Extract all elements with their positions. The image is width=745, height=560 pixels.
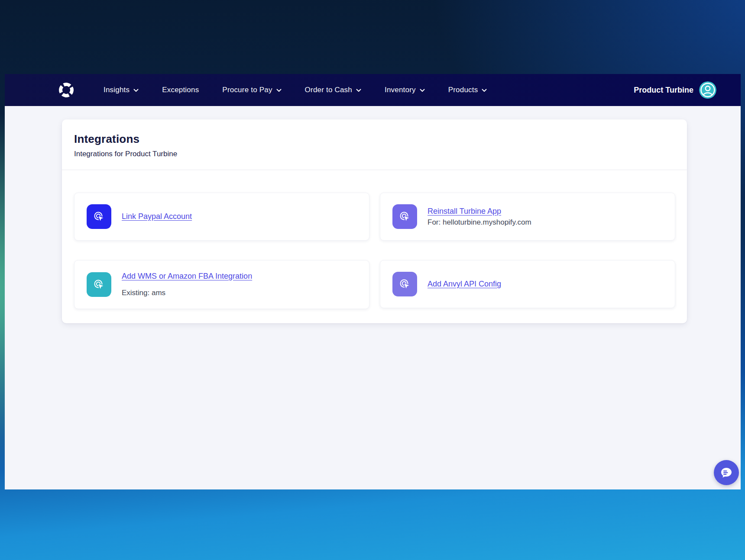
integration-text: Add WMS or Amazon FBA Integration Existi… [122,272,252,297]
anvyl-logo-icon [57,80,76,100]
chat-button[interactable] [714,460,739,485]
integration-card-turbine-app: Reinstall Turbine App For: helloturbine.… [380,193,675,241]
integration-link-wms-fba[interactable]: Add WMS or Amazon FBA Integration [122,272,252,281]
integrations-card-body: Link Paypal Account [62,170,687,323]
cursor-click-icon [392,204,417,229]
integration-text: Reinstall Turbine App For: helloturbine.… [428,207,531,227]
integrations-card-header: Integrations Integrations for Product Tu… [62,119,687,170]
nav-item-label: Procure to Pay [222,86,272,94]
cursor-click-icon [87,204,111,229]
chevron-down-icon [276,89,282,92]
nav-item-procure-to-pay[interactable]: Procure to Pay [222,86,281,94]
page-content: Integrations Integrations for Product Tu… [5,106,741,489]
integration-link-reinstall-turbine[interactable]: Reinstall Turbine App [428,207,501,216]
nav-item-label: Products [448,86,478,94]
chevron-down-icon [420,89,425,92]
nav-item-label: Insights [104,86,130,94]
nav-item-label: Inventory [385,86,416,94]
integration-link-paypal[interactable]: Link Paypal Account [122,212,192,221]
nav-item-exceptions[interactable]: Exceptions [162,86,199,94]
user-avatar-icon[interactable] [699,81,716,99]
account-name: Product Turbine [634,86,693,95]
page-title: Integrations [74,132,675,146]
integrations-card: Integrations Integrations for Product Tu… [62,119,687,323]
integration-link-anvyl-api[interactable]: Add Anvyl API Config [428,280,501,289]
integration-card-paypal: Link Paypal Account [74,193,369,241]
app-window: Insights Exceptions Procure to Pay Order… [5,74,741,489]
nav-items: Insights Exceptions Procure to Pay Order… [104,86,487,94]
cursor-click-icon [87,272,111,297]
chevron-down-icon [356,89,361,92]
integration-card-wms-fba: Add WMS or Amazon FBA Integration Existi… [74,260,369,309]
chevron-down-icon [133,89,139,92]
nav-item-insights[interactable]: Insights [104,86,139,94]
anvyl-logo[interactable] [57,80,76,100]
chat-bubble-icon [719,465,734,480]
integration-text: Link Paypal Account [122,212,192,221]
nav-item-label: Exceptions [162,86,199,94]
nav-item-order-to-cash[interactable]: Order to Cash [305,86,361,94]
nav-item-products[interactable]: Products [448,86,487,94]
integration-description: For: helloturbine.myshopify.com [428,218,531,227]
integration-card-anvyl-api: Add Anvyl API Config [380,260,675,308]
integration-description: Existing: ams [122,289,252,297]
page-subtitle: Integrations for Product Turbine [74,150,675,158]
top-navbar: Insights Exceptions Procure to Pay Order… [5,74,741,106]
cursor-click-icon [392,272,417,296]
chevron-down-icon [482,89,487,92]
account-menu[interactable]: Product Turbine [634,81,716,99]
integration-text: Add Anvyl API Config [428,280,501,289]
nav-item-inventory[interactable]: Inventory [385,86,425,94]
integrations-grid: Link Paypal Account [74,193,675,309]
nav-item-label: Order to Cash [305,86,352,94]
